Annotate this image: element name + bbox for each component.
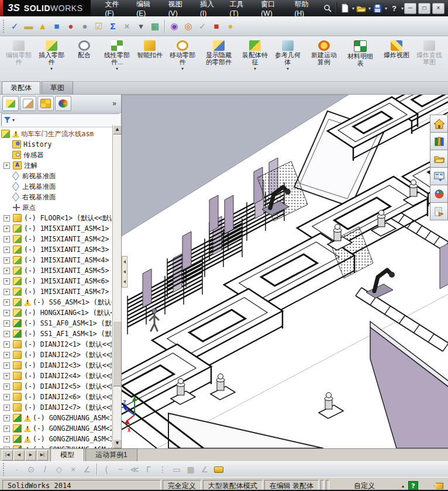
last-page-button[interactable]: ▶|: [37, 450, 48, 461]
prev-page-button[interactable]: ◀: [13, 450, 25, 461]
expand-box[interactable]: +: [4, 215, 10, 222]
dropdown-caret[interactable]: ▾: [287, 66, 289, 71]
save-caret[interactable]: ▾: [385, 6, 387, 11]
expand-box[interactable]: +: [4, 268, 10, 274]
deviation-analysis-icon[interactable]: ×: [120, 19, 134, 33]
performance-evaluation-icon[interactable]: ●: [64, 19, 78, 33]
quick-tips-icon[interactable]: ?: [408, 481, 418, 491]
appearances-icon[interactable]: [430, 185, 448, 203]
photoview-preview-icon[interactable]: ◉: [167, 19, 181, 33]
expand-box[interactable]: +: [4, 331, 10, 337]
spell-check-icon[interactable]: ✓: [8, 19, 22, 33]
edit-appearance-icon[interactable]: [302, 95, 313, 95]
tree-item[interactable]: +(-) DIANJI2<4> (默认<<默: [1, 371, 112, 381]
bill-of-materials-button[interactable]: 材料明细表: [344, 37, 377, 80]
open-document-caret[interactable]: ▾: [368, 6, 371, 11]
straight-slot-icon[interactable]: ▭: [172, 465, 181, 474]
sketch-fillet-icon[interactable]: ∠: [82, 465, 92, 474]
tree-item[interactable]: +(-) 1MI5XIANTI_ASM<7> (默认: [1, 286, 112, 297]
tree-item[interactable]: +(-) DIANJI2<2> (默认<<默: [1, 350, 112, 360]
expand-box[interactable]: +: [4, 162, 10, 169]
help-icon[interactable]: ?: [389, 3, 399, 13]
tree-item[interactable]: +注解: [1, 160, 112, 171]
maximize-button[interactable]: □: [418, 3, 430, 14]
circle-icon[interactable]: ⊙: [26, 465, 36, 474]
tree-item[interactable]: +(-) DIANJI2<5> (默认<<默: [1, 381, 112, 392]
edit-component-button[interactable]: 编辑零部件: [2, 37, 35, 80]
expand-box[interactable]: +: [4, 415, 10, 421]
section-properties-icon[interactable]: ■: [50, 19, 64, 33]
explode-line-sketch-button[interactable]: 爆炸直线草图: [413, 37, 446, 80]
assembly-features-button[interactable]: 装配体特征▾: [239, 37, 271, 80]
display-style-icon[interactable]: [267, 95, 278, 95]
tree-item[interactable]: +(-) 1MI5XIANTI_ASM<4> (默认: [1, 255, 112, 265]
smart-fasteners-button[interactable]: 智能扣件: [133, 37, 166, 80]
menu-item[interactable]: 插入(I): [194, 0, 223, 19]
scroll-down-arrow[interactable]: ▼: [113, 439, 122, 448]
graphics-area[interactable]: ZX ▾ ▾ ▾ ▾: [122, 95, 448, 448]
simulation-advisor-icon[interactable]: ◎: [181, 19, 195, 33]
units-caret[interactable]: ▴: [402, 483, 404, 489]
tree-item[interactable]: +(-) 1MI5XIANTI_ASM<5> (默认: [1, 265, 112, 276]
linear-sketch-pattern-icon[interactable]: ▦: [186, 465, 195, 474]
tree-item[interactable]: +(-) FLOOR<1> (默认<<默认: [1, 213, 112, 223]
tree-item[interactable]: +(-) HONGXIANG<1> (默认<: [1, 307, 112, 318]
expand-box[interactable]: +: [4, 383, 10, 390]
scroll-up-arrow[interactable]: ▲: [113, 125, 122, 134]
expand-box[interactable]: +: [4, 373, 10, 379]
tree-item[interactable]: +(-) DIANJI2<7> (默认<<默: [1, 402, 112, 413]
tree-item[interactable]: +(-) 1MI5XIANTI_ASM<3> (默认: [1, 244, 112, 255]
check-feature-icon[interactable]: ✓: [195, 19, 209, 33]
expand-box[interactable]: +: [4, 352, 10, 358]
configurationmanager-tab[interactable]: [37, 96, 54, 111]
menu-item[interactable]: 视图(V): [163, 0, 193, 19]
tree-item[interactable]: +!(-) GONGZHUANG_ASM<4>: [1, 444, 112, 448]
hide-show-items-icon[interactable]: [284, 95, 296, 95]
costing-icon[interactable]: ●: [223, 19, 237, 33]
expand-box[interactable]: +: [4, 278, 10, 285]
expand-box[interactable]: +: [4, 289, 10, 295]
tree-item[interactable]: +!(-) GONGZHUANG_ASM<3>: [1, 434, 112, 444]
expand-box[interactable]: +: [4, 394, 10, 400]
tree-item[interactable]: 原点: [1, 202, 112, 213]
show-hidden-components-button[interactable]: 显示隐藏的零部件: [202, 37, 235, 80]
toolbar-grip[interactable]: [2, 462, 5, 476]
trim-entities-icon[interactable]: ×: [68, 465, 78, 474]
expand-box[interactable]: +: [4, 299, 10, 306]
tab-assembly[interactable]: 装配体: [2, 81, 40, 94]
expand-box[interactable]: +: [4, 436, 10, 442]
tree-item[interactable]: +(-) SS1_AF0_ASM<1> (默认: [1, 318, 112, 329]
tree-scrollbar[interactable]: ▲ ▼: [112, 125, 121, 448]
home-icon[interactable]: [430, 115, 448, 133]
tab-motion-study[interactable]: 运动算例1: [85, 448, 137, 461]
tree-item[interactable]: +(-) DIANJI2<3> (默认<<默: [1, 360, 112, 371]
zoom-to-fit-icon[interactable]: [191, 95, 202, 95]
panel-overflow-chevron[interactable]: »: [112, 99, 119, 108]
expand-box[interactable]: +: [4, 341, 10, 348]
dropdown-caret[interactable]: ▾: [50, 66, 53, 71]
mass-properties-icon[interactable]: ▲: [36, 19, 50, 33]
compare-documents-icon[interactable]: ■: [209, 19, 223, 33]
minimize-button[interactable]: ─: [404, 3, 416, 14]
expand-box[interactable]: +: [4, 447, 10, 449]
exploded-view-button[interactable]: 爆炸视图: [380, 37, 413, 80]
first-page-button[interactable]: |◀: [2, 450, 13, 461]
linear-component-pattern-button[interactable]: 线性零部件...▾: [101, 37, 133, 80]
dropdown-caret[interactable]: ▾: [254, 66, 256, 71]
menu-item[interactable]: 窗口(W): [255, 0, 287, 19]
menu-item[interactable]: 编辑(E): [130, 0, 161, 19]
menu-item[interactable]: 工具(T): [224, 0, 254, 19]
corner-rectangle-icon[interactable]: Γ: [144, 465, 153, 474]
scrollbar-thumb[interactable]: [113, 321, 122, 386]
featuremanager-tree-tab[interactable]: [2, 96, 19, 111]
zoom-to-area-icon[interactable]: [204, 95, 216, 95]
tree-item[interactable]: 右视基准面: [1, 192, 112, 202]
new-document-caret[interactable]: ▾: [352, 6, 354, 11]
tree-item[interactable]: 前视基准面: [1, 171, 112, 181]
expand-box[interactable]: +: [4, 236, 10, 243]
reference-geometry-button[interactable]: 参考几何体▾: [271, 37, 304, 80]
mate-button[interactable]: 配合: [68, 37, 101, 80]
point-icon[interactable]: ·: [12, 465, 22, 474]
new-motion-study-button[interactable]: 新建运动算例: [308, 37, 340, 80]
tree-item[interactable]: +(-) 1MI5XIANTI_ASM<2> (默认: [1, 234, 112, 244]
